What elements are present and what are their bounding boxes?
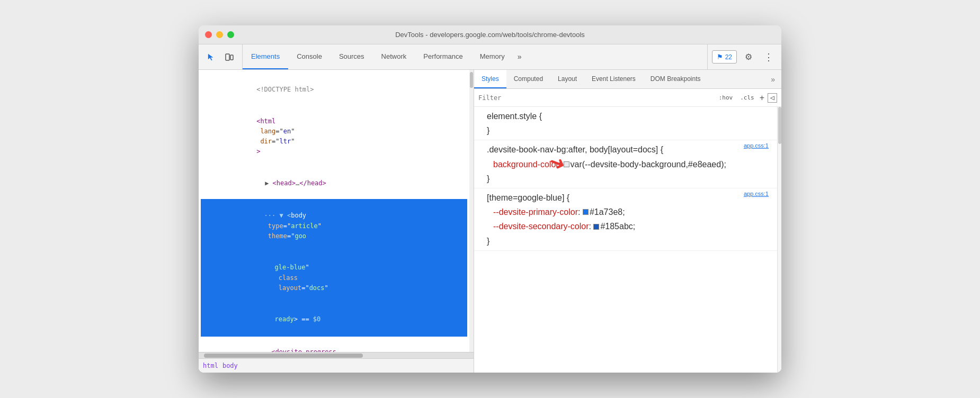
css-prop-bg-color: background-color: var(--devsite-body-bac… [480, 157, 771, 171]
settings-button[interactable]: ⚙ [740, 49, 757, 66]
css-selector-devsite: .devsite-book-nav-bg:after, body[layout=… [480, 142, 771, 157]
css-selector-element-style: element.style { [480, 109, 771, 123]
css-selector-theme: [theme=google-blue] { [480, 191, 771, 205]
breadcrumb-body[interactable]: body [222, 362, 238, 369]
color-swatch-e8eaed[interactable] [564, 161, 569, 167]
tab-console[interactable]: Console [288, 44, 331, 69]
dom-body-line1[interactable]: ··· ▼ <body type="article" theme="goo [203, 200, 465, 252]
subtab-layout[interactable]: Layout [550, 70, 584, 88]
subtab-event-listeners[interactable]: Event Listeners [584, 70, 643, 88]
toggle-sidebar-button[interactable]: ◁ [768, 93, 777, 103]
color-swatch-185abc[interactable] [593, 224, 599, 230]
more-options-button[interactable]: ⋮ [760, 49, 777, 66]
css-rule-element-style: element.style { } [474, 107, 777, 140]
tab-sources[interactable]: Sources [331, 44, 373, 69]
breadcrumb-html[interactable]: html [203, 362, 218, 369]
flag-icon: ⚑ [717, 53, 723, 61]
subtab-dom-breakpoints[interactable]: DOM Breakpoints [643, 70, 708, 88]
subtab-styles[interactable]: Styles [474, 70, 506, 88]
color-swatch-1a73e8[interactable] [583, 209, 589, 215]
dom-scrollbar-h-thumb [204, 354, 363, 358]
toolbar-right: ⚑ 22 ⚙ ⋮ [707, 44, 781, 69]
css-close-theme: } [480, 234, 771, 248]
dom-scrollbar-thumb [470, 72, 473, 88]
main-content: <!DOCTYPE html> <html lang="en" dir="ltr… [199, 70, 781, 373]
dom-panel-inner: <!DOCTYPE html> <html lang="en" dir="ltr… [199, 70, 474, 352]
console-badge-button[interactable]: ⚑ 22 [712, 50, 737, 64]
css-source-theme[interactable]: app.css:1 [744, 191, 769, 197]
dom-progress1[interactable]: <devsite-progress id="app-pro [201, 337, 467, 352]
close-button[interactable] [205, 31, 212, 38]
dom-panel: <!DOCTYPE html> <html lang="en" dir="ltr… [199, 70, 474, 373]
filter-input[interactable] [478, 94, 717, 102]
add-style-button[interactable]: + [760, 94, 764, 102]
maximize-button[interactable] [227, 31, 234, 38]
styles-body: element.style { } .devsite-book-nav-bg:a… [474, 107, 781, 373]
styles-scroll[interactable]: element.style { } .devsite-book-nav-bg:a… [474, 107, 777, 373]
window-title: DevTools - developers.google.com/web/too… [395, 31, 585, 39]
svg-rect-1 [230, 55, 233, 60]
dom-body-line2: gle-blue" class layout="docs" [203, 252, 465, 304]
dom-horizontal-scrollbar[interactable] [199, 352, 474, 358]
device-icon [225, 53, 234, 61]
hov-button[interactable]: :hov [717, 93, 735, 102]
css-source-devsite[interactable]: app.css:1 [744, 142, 769, 149]
minimize-button[interactable] [216, 31, 223, 38]
tab-more[interactable]: » [513, 44, 526, 69]
css-close-element-style: } [480, 123, 771, 138]
tab-network[interactable]: Network [373, 44, 415, 69]
devtools-container: Elements Console Sources Network Perform… [199, 44, 781, 373]
device-toolbar-button[interactable] [221, 49, 238, 66]
dom-body-line3: ready> == $0 [203, 304, 465, 336]
toolbar-icons [199, 44, 243, 69]
styles-panel: Styles Computed Layout Event Listeners D… [474, 70, 781, 373]
styles-scrollbar-thumb [778, 107, 781, 144]
subtab-computed[interactable]: Computed [506, 70, 550, 88]
tab-performance[interactable]: Performance [415, 44, 471, 69]
css-prop-secondary: --devsite-secondary-color: #185abc; [480, 219, 771, 233]
filter-actions: :hov .cls + ◁ [717, 93, 777, 103]
filter-bar: :hov .cls + ◁ [474, 89, 781, 107]
styles-scrollbar[interactable] [777, 107, 781, 373]
svg-rect-0 [226, 54, 229, 60]
main-tabs: Elements Console Sources Network Perform… [243, 44, 707, 69]
tab-memory[interactable]: Memory [471, 44, 513, 69]
dom-doctype: <!DOCTYPE html> [201, 74, 467, 106]
subtab-more[interactable]: » [764, 70, 781, 88]
dom-tree[interactable]: <!DOCTYPE html> <html lang="en" dir="ltr… [199, 70, 469, 352]
css-prop-primary: --devsite-primary-color: #1a73e8; [480, 205, 771, 219]
dom-scrollbar[interactable] [469, 70, 474, 352]
cursor-icon [207, 53, 216, 61]
breadcrumb: html body [199, 358, 474, 373]
css-rule-theme: [theme=google-blue] { app.css:1 --devsit… [474, 188, 777, 251]
devtools-window: DevTools - developers.google.com/web/too… [199, 25, 781, 373]
dom-head[interactable]: ▶ <head>…</head> [201, 168, 467, 200]
cls-button[interactable]: .cls [738, 93, 756, 102]
css-rule-devsite-book: .devsite-book-nav-bg:after, body[layout=… [474, 140, 777, 188]
styles-subtabs: Styles Computed Layout Event Listeners D… [474, 70, 781, 89]
window-controls [205, 31, 234, 38]
css-close-devsite: } [480, 171, 771, 186]
dom-html[interactable]: <html lang="en" dir="ltr" > [201, 106, 467, 168]
main-toolbar: Elements Console Sources Network Perform… [199, 44, 781, 70]
element-picker-button[interactable] [203, 49, 220, 66]
tab-elements[interactable]: Elements [243, 44, 288, 69]
title-bar: DevTools - developers.google.com/web/too… [199, 25, 781, 44]
